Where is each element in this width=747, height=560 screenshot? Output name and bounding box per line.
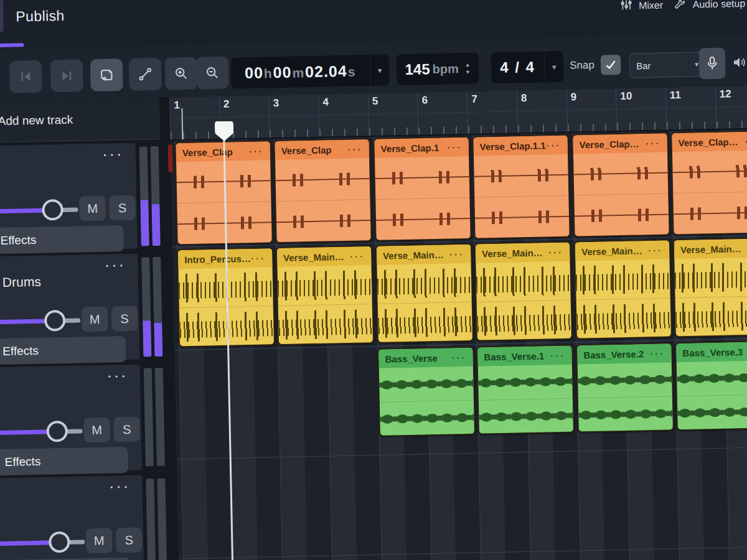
audio-clip[interactable]: Verse_Clap.1··· (373, 136, 471, 241)
bpm-unit: bpm (432, 62, 459, 77)
add-new-track-label: Add new track (0, 113, 73, 128)
track-name: Drums (2, 274, 41, 290)
audio-clip[interactable]: Verse_Main…··· (474, 241, 573, 342)
audio-clip[interactable]: Verse_Main…··· (375, 243, 474, 343)
audio-clip[interactable]: Bass_Verse.1··· (476, 345, 575, 435)
zoom-in-button[interactable] (165, 57, 198, 90)
vu-fill (140, 200, 149, 246)
clip-waveform (474, 154, 570, 238)
snap-checkbox[interactable] (601, 55, 621, 75)
mute-button[interactable]: M (82, 307, 108, 332)
track-panel-1[interactable]: ··· M S Effects (0, 143, 138, 252)
track-menu-icon[interactable]: ··· (103, 148, 125, 162)
clip-menu-icon[interactable]: ··· (249, 146, 264, 156)
clip-menu-icon[interactable]: ··· (548, 246, 563, 257)
bpm-control[interactable]: 145 bpm ▲ ▼ (397, 53, 479, 86)
track-panel-drums[interactable]: ··· Drums M S Effects (0, 254, 139, 363)
clip-menu-icon[interactable]: ··· (448, 142, 463, 152)
track-panel-4[interactable]: ··· M S Effects (0, 475, 144, 560)
skip-forward-button[interactable] (50, 59, 83, 92)
clip-menu-icon[interactable]: ··· (451, 352, 466, 363)
daw-window: Publish Mixer Audio setup (0, 0, 747, 560)
audio-clip[interactable]: Verse_Main…··· (574, 239, 672, 339)
slider-knob[interactable] (42, 199, 63, 221)
skip-to-start-button[interactable] (9, 60, 42, 93)
track-menu-icon[interactable]: ··· (105, 259, 126, 273)
solo-button[interactable]: S (116, 528, 143, 553)
clip-waveform (275, 158, 371, 242)
audio-clip[interactable]: Verse_Clap…··· (571, 132, 670, 237)
bpm-stepper[interactable]: ▲ ▼ (465, 62, 471, 75)
solo-button[interactable]: S (109, 195, 136, 221)
speaker-icon[interactable] (731, 55, 747, 73)
time-signature-control[interactable]: 4 / 4 ▾ (491, 51, 564, 83)
volume-slider[interactable] (0, 421, 78, 444)
effects-button[interactable]: Effects (0, 447, 128, 475)
audio-clip[interactable]: Bass_Verse.3··· (675, 340, 747, 431)
project-tab-sliver[interactable] (0, 0, 4, 33)
time-signature-caret[interactable]: ▾ (544, 51, 564, 83)
zoom-out-button[interactable] (196, 57, 229, 90)
track-vu-meters (139, 146, 161, 246)
slider-knob[interactable] (46, 421, 68, 442)
clip-menu-icon[interactable]: ··· (550, 350, 565, 360)
clip-menu-icon[interactable]: ··· (449, 249, 464, 259)
publish-button[interactable]: Publish (16, 7, 65, 26)
snap-grid-select[interactable]: Bar ▾ (629, 52, 706, 78)
clip-waveform (575, 259, 670, 338)
volume-slider[interactable] (0, 199, 73, 222)
time-display-caret[interactable]: ▾ (370, 54, 390, 86)
audio-clip[interactable]: Bass_Verse··· (377, 347, 476, 437)
track-panel-3[interactable]: ··· M S Effects (0, 365, 142, 474)
clip-label: Verse_Main… (581, 245, 642, 257)
clip-menu-icon[interactable]: ··· (251, 253, 266, 263)
volume-slider[interactable] (0, 310, 76, 333)
solo-button[interactable]: S (113, 417, 140, 442)
track-menu-icon[interactable]: ··· (108, 370, 129, 384)
audio-clip[interactable]: Bass_Verse.2··· (576, 342, 674, 432)
track-menu-icon[interactable]: ··· (110, 480, 131, 495)
mute-button[interactable]: M (79, 196, 106, 222)
audio-clip[interactable]: Verse_Main…··· (276, 245, 374, 345)
clip-menu-icon[interactable]: ··· (348, 144, 363, 154)
time-display[interactable]: 00h00m02.04s ▾ (231, 54, 390, 88)
audio-clip[interactable]: Verse_Main…··· (673, 237, 747, 337)
add-new-track-button[interactable]: Add new track (0, 98, 160, 143)
clip-menu-icon[interactable]: ··· (547, 139, 561, 150)
bpm-down-icon[interactable]: ▼ (465, 69, 471, 75)
clip-menu-icon[interactable]: ··· (650, 348, 665, 358)
effects-button[interactable]: Effects (0, 336, 126, 365)
ruler-bar: 3 (268, 95, 319, 138)
clip-menu-icon[interactable]: ··· (350, 251, 365, 261)
slider-knob[interactable] (44, 310, 66, 332)
clip-menu-icon[interactable]: ··· (745, 136, 747, 146)
loop-button[interactable] (90, 58, 123, 91)
clip-label: Verse_Clap (281, 144, 332, 156)
volume-slider[interactable] (0, 531, 80, 554)
skip-back-icon (18, 69, 33, 84)
audio-setup-button[interactable]: Audio setup (674, 0, 746, 35)
effects-button[interactable]: Effects (0, 558, 131, 560)
audio-clip[interactable]: Verse_Clap··· (273, 138, 372, 243)
effects-button[interactable]: Effects (0, 225, 124, 254)
clip-menu-icon[interactable]: ··· (648, 245, 663, 255)
automation-button[interactable] (129, 58, 162, 91)
mixer-button[interactable]: Mixer (619, 0, 664, 36)
mic-input-button[interactable] (699, 48, 726, 80)
mute-button[interactable]: M (83, 418, 110, 443)
track-lane-claps: Verse_Clap··· Verse_Clap··· Verse_Clap.1… (170, 130, 747, 245)
slider-knob[interactable] (49, 531, 70, 553)
clip-label: Bass_Verse.1 (484, 350, 544, 362)
ruler-bar: 8 (517, 90, 567, 133)
audio-clip[interactable]: Verse_Clap…··· (670, 130, 747, 235)
snap-grid-value: Bar (636, 60, 651, 71)
clip-label: Bass_Verse.2 (583, 348, 644, 360)
solo-button[interactable]: S (111, 306, 138, 332)
clip-label: Verse_Clap.1.1 (480, 140, 546, 152)
audio-clip[interactable]: Verse_Clap.1.1··· (472, 134, 570, 240)
mute-button[interactable]: M (86, 528, 113, 554)
ruler-bar: 5 (368, 93, 418, 136)
check-icon (604, 58, 617, 71)
clip-menu-icon[interactable]: ··· (646, 138, 660, 148)
bpm-up-icon[interactable]: ▲ (465, 62, 471, 67)
